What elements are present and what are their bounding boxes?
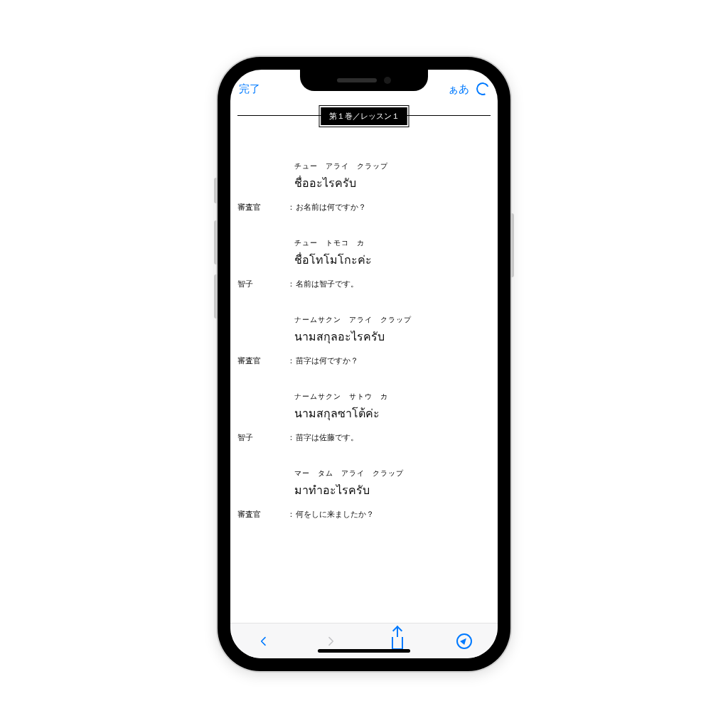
speaker-name: 智子 [237,432,287,443]
colon: ： [287,202,296,213]
speaker-name: 審査官 [237,355,287,366]
japanese-translation-row: 智子：苗字は佐藤です。 [237,432,491,443]
dialogue-entry: マー タム アライ クラップมาทำอะไรครับ審査官：何をしに来ましたか？ [237,469,491,520]
volume-up-button [214,220,218,264]
share-icon [392,637,403,650]
thai-text: มาทำอะไรครับ [237,481,491,499]
kana-pronunciation: ナームサクン アライ クラップ [237,315,491,325]
japanese-text: 何をしに来ましたか？ [296,509,491,520]
home-indicator [318,649,410,653]
japanese-translation-row: 審査官：お名前は何ですか？ [237,202,491,213]
volume-down-button [214,274,218,318]
dialogue-entry: チュー トモコ カชื่อโทโมโกะค่ะ智子：名前は智子です。 [237,238,491,289]
back-button[interactable] [254,631,274,651]
forward-button [321,631,341,651]
dialogue-entry: チュー アライ クラップชื่ออะไรครับ審査官：お名前は何ですか？ [237,161,491,213]
power-button [510,213,514,277]
earpiece [337,78,377,82]
screen: 完了 ぁあ 第１巻／レッスン１ チュー アライ クラップชื่ออะไรครับ… [230,70,498,658]
japanese-text: お名前は何ですか？ [296,202,491,213]
colon: ： [287,432,296,443]
lesson-badge: 第１巻／レッスン１ [321,107,407,125]
notch [300,70,428,91]
compass-icon [456,633,472,649]
browser-toolbar [230,623,498,658]
speaker-name: 審査官 [237,202,287,213]
japanese-translation-row: 審査官：何をしに来ましたか？ [237,509,491,520]
stage: 完了 ぁあ 第１巻／レッスン１ チュー アライ クラップชื่ออะไรครับ… [0,0,728,728]
dialogue-entry: ナームサクン アライ クラップนามสกุลอะไรครับ審査官：苗字は何です… [237,315,491,366]
kana-pronunciation: ナームサクン サトウ カ [237,392,491,402]
share-button[interactable] [387,631,407,651]
kana-pronunciation: チュー アライ クラップ [237,161,491,171]
colon: ： [287,279,296,289]
japanese-text: 苗字は何ですか？ [296,355,491,366]
colon: ： [287,355,296,366]
refresh-icon[interactable] [474,80,491,97]
heading-rule: 第１巻／レッスン１ [237,115,491,116]
thai-text: นามสกุลอะไรครับ [237,328,491,346]
japanese-text: 名前は智子です。 [296,279,491,289]
chevron-right-icon [325,636,336,647]
kana-pronunciation: チュー トモコ カ [237,238,491,248]
speaker-name: 審査官 [237,509,287,520]
speaker-name: 智子 [237,279,287,289]
dialogue-list: チュー アライ クラップชื่ออะไรครับ審査官：お名前は何ですか？チュー… [237,116,491,520]
text-size-button[interactable]: ぁあ [448,82,469,96]
dialogue-entry: ナームサクン サトウ カนามสกุลซาโต้ค่ะ智子：苗字は佐藤です。 [237,392,491,443]
thai-text: นามสกุลซาโต้ค่ะ [237,405,491,422]
thai-text: ชื่อโทโมโกะค่ะ [237,251,491,269]
japanese-text: 苗字は佐藤です。 [296,432,491,443]
front-camera [384,77,391,84]
colon: ： [287,509,296,520]
chevron-left-icon [258,636,269,647]
mute-switch [214,178,218,203]
japanese-translation-row: 審査官：苗字は何ですか？ [237,355,491,366]
done-button[interactable]: 完了 [239,82,260,96]
phone-frame: 完了 ぁあ 第１巻／レッスン１ チュー アライ クラップชื่ออะไรครับ… [218,57,510,671]
page-content[interactable]: 第１巻／レッスン１ チュー アライ クラップชื่ออะไรครับ審査官：お名… [230,101,498,623]
japanese-translation-row: 智子：名前は智子です。 [237,279,491,289]
thai-text: ชื่ออะไรครับ [237,174,491,192]
open-in-safari-button[interactable] [454,631,474,651]
kana-pronunciation: マー タム アライ クラップ [237,469,491,478]
